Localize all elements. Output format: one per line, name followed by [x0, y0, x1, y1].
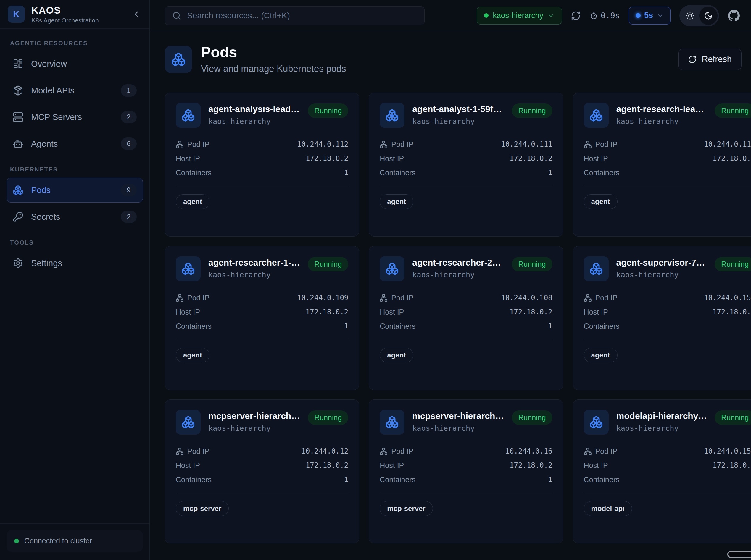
network-icon — [380, 140, 388, 148]
pod-card[interactable]: agent-supervisor-7… kaos-hierarchy Runni… — [573, 246, 751, 390]
latency-indicator: 0.9s — [590, 11, 620, 20]
host-ip-label: Host IP — [380, 308, 404, 316]
pod-ip-label: Pod IP — [187, 140, 210, 149]
containers-row: Containers 1 — [584, 165, 751, 180]
pod-ip-row: Pod IP 10.244.0.154 — [584, 444, 751, 458]
host-ip-row: Host IP 172.18.0.2 — [380, 152, 552, 165]
pod-ip-label: Pod IP — [595, 294, 618, 302]
boxes-icon — [181, 108, 195, 122]
pod-ip-row: Pod IP 10.244.0.12 — [176, 444, 348, 458]
containers-label: Containers — [380, 322, 416, 331]
sidebar-item-mcp-servers[interactable]: MCP Servers 2 — [6, 105, 143, 129]
pod-ip-value: 10.244.0.110 — [704, 140, 751, 148]
pod-ip-value: 10.244.0.12 — [301, 447, 348, 455]
host-ip-value: 172.18.0.2 — [509, 461, 553, 469]
sidebar-item-agents[interactable]: Agents 6 — [6, 131, 143, 156]
status-badge: Running — [308, 411, 348, 425]
host-ip-label: Host IP — [176, 461, 200, 470]
pod-ip-value: 10.244.0.154 — [704, 447, 751, 455]
containers-row: Containers 1 — [176, 165, 348, 180]
sidebar-section-label: AGENTIC RESOURCES — [10, 40, 139, 47]
sidebar-collapse-button[interactable] — [132, 9, 141, 19]
host-ip-row: Host IP 172.18.0.2 — [380, 305, 552, 319]
refresh-icon — [571, 11, 581, 21]
pod-ip-label: Pod IP — [391, 447, 413, 456]
search-box[interactable] — [165, 6, 425, 25]
count-badge: 2 — [121, 211, 137, 223]
boxes-icon — [385, 262, 399, 276]
pod-ip-row: Pod IP 10.244.0.155 — [584, 291, 751, 305]
github-link[interactable] — [728, 10, 740, 22]
pod-icon-tile — [380, 103, 404, 128]
dark-theme-button[interactable] — [699, 6, 717, 25]
pod-card[interactable]: agent-researcher-1-… kaos-hierarchy Runn… — [165, 246, 359, 390]
search-input[interactable] — [187, 11, 417, 21]
status-badge: Running — [512, 411, 552, 425]
pods-grid: agent-analysis-lead… kaos-hierarchy Runn… — [165, 93, 742, 543]
host-ip-value: 172.18.0.2 — [713, 154, 751, 163]
page-titles: Pods View and manage Kubernetes pods — [201, 44, 346, 74]
interval-label: 5s — [644, 11, 653, 20]
sync-button[interactable] — [571, 11, 581, 21]
pod-namespace: kaos-hierarchy — [208, 424, 300, 433]
refresh-interval-dropdown[interactable]: 5s — [629, 7, 671, 24]
containers-value: 1 — [548, 322, 552, 330]
light-theme-button[interactable] — [681, 6, 699, 25]
chevron-down-icon — [547, 12, 555, 19]
containers-label: Containers — [584, 476, 620, 484]
sidebar: K KAOS K8s Agent Orchestration AGENTIC R… — [0, 0, 150, 560]
latency-value: 0.9s — [601, 11, 620, 20]
pod-ip-label: Pod IP — [187, 294, 210, 302]
pod-card[interactable]: agent-analyst-1-59f… kaos-hierarchy Runn… — [369, 93, 563, 237]
sidebar-item-pods[interactable]: Pods 9 — [6, 178, 143, 202]
namespace-context-dropdown[interactable]: kaos-hierarchy — [477, 7, 562, 24]
pod-namespace: kaos-hierarchy — [208, 117, 300, 126]
sidebar-item-secrets[interactable]: Secrets 2 — [6, 204, 143, 229]
boxes-icon — [590, 415, 603, 429]
host-ip-label: Host IP — [584, 308, 608, 316]
status-badge: Running — [715, 103, 751, 118]
pod-card[interactable]: agent-researcher-2… kaos-hierarchy Runni… — [369, 246, 563, 390]
app-logo: K — [8, 6, 25, 23]
search-icon — [172, 11, 181, 20]
containers-row: Containers 1 — [380, 165, 552, 180]
containers-row: Containers 1 — [380, 473, 552, 487]
pod-icon-tile — [584, 410, 609, 435]
pod-namespace: kaos-hierarchy — [412, 117, 504, 126]
network-icon — [176, 447, 184, 455]
sidebar-item-overview[interactable]: Overview — [6, 52, 143, 76]
page-subtitle: View and manage Kubernetes pods — [201, 64, 346, 74]
pod-card[interactable]: mcpserver-hierarch… kaos-hierarchy Runni… — [369, 399, 563, 543]
card-divider — [380, 339, 552, 339]
pod-icon-tile — [380, 256, 404, 281]
pod-namespace: kaos-hierarchy — [616, 424, 707, 433]
pod-ip-value: 10.244.0.155 — [704, 294, 751, 302]
containers-label: Containers — [176, 168, 212, 177]
pod-card[interactable]: agent-analysis-lead… kaos-hierarchy Runn… — [165, 93, 359, 237]
sidebar-item-settings[interactable]: Settings — [6, 251, 143, 276]
pod-card[interactable]: agent-research-lea… kaos-hierarchy Runni… — [573, 93, 751, 237]
pod-ip-row: Pod IP 10.244.0.16 — [380, 444, 552, 458]
network-icon — [584, 294, 592, 302]
containers-value: 1 — [344, 168, 348, 177]
host-ip-value: 172.18.0.2 — [713, 308, 751, 316]
count-badge: 2 — [121, 111, 137, 123]
pod-name: mcpserver-hierarch… — [412, 411, 504, 421]
host-ip-value: 172.18.0.2 — [509, 308, 553, 316]
pod-icon-tile — [176, 103, 200, 128]
network-icon — [584, 447, 592, 455]
pod-name: agent-supervisor-7… — [616, 258, 707, 267]
horizontal-scrollbar-thumb[interactable] — [727, 551, 751, 558]
topbar-controls: kaos-hierarchy 0.9s 5s — [477, 5, 740, 26]
pod-card[interactable]: mcpserver-hierarch… kaos-hierarchy Runni… — [165, 399, 359, 543]
refresh-button[interactable]: Refresh — [678, 49, 742, 70]
host-ip-value: 172.18.0.2 — [306, 308, 349, 316]
host-ip-label: Host IP — [380, 154, 404, 163]
containers-label: Containers — [584, 322, 620, 331]
gear-icon — [13, 258, 23, 268]
pod-card[interactable]: modelapi-hierarchy… kaos-hierarchy Runni… — [573, 399, 751, 543]
sidebar-item-label: Model APIs — [31, 86, 75, 96]
sidebar-item-model-apis[interactable]: Model APIs 1 — [6, 78, 143, 103]
sidebar-section-label: KUBERNETES — [10, 166, 139, 173]
containers-value: 1 — [548, 476, 552, 484]
